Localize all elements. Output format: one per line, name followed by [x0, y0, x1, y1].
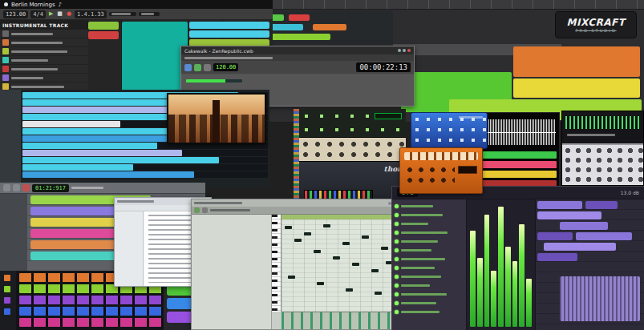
track-lane[interactable] [22, 171, 268, 178]
folder-tree[interactable] [115, 211, 144, 286]
playlist-clip[interactable] [537, 201, 582, 209]
position-display[interactable]: 1.4.1.33 [75, 10, 107, 18]
title-bar[interactable]: Cakewalk - ZenRepublic.cwb [181, 46, 414, 54]
fl-studio-window[interactable]: 5.1 13.0 dB [391, 186, 644, 330]
playlist-clip[interactable] [537, 253, 577, 261]
audio-clip[interactable] [289, 14, 310, 21]
velocity-lane[interactable] [281, 312, 394, 329]
arranger-clip[interactable] [30, 218, 127, 227]
note-grid[interactable] [281, 215, 394, 312]
playlist-clip[interactable] [560, 222, 608, 230]
clip-slot[interactable] [0, 38, 88, 47]
time-signature-display[interactable]: 4/4 [30, 10, 46, 18]
channel-row[interactable] [395, 291, 464, 297]
channel-row[interactable] [395, 300, 464, 306]
waveform-editor[interactable] [476, 112, 560, 189]
clip-slot[interactable] [0, 47, 88, 56]
title-bar[interactable]: Berlin Mornings ♪ [0, 0, 273, 9]
record-button[interactable] [22, 184, 30, 191]
mixer-meters[interactable] [466, 199, 535, 330]
playlist-clip[interactable] [585, 201, 618, 209]
drum-pad-row[interactable] [404, 152, 478, 160]
pad-row[interactable] [19, 318, 163, 327]
pattern-display [458, 166, 477, 174]
channel-row[interactable] [395, 238, 464, 244]
playlist-clip[interactable] [544, 243, 616, 251]
fx-device-cream[interactable] [299, 138, 406, 162]
track-view-window[interactable] [0, 90, 269, 187]
title-bar[interactable] [192, 199, 394, 207]
session-clip[interactable] [88, 22, 119, 30]
clip-slot[interactable] [0, 30, 88, 38]
channel-row[interactable] [395, 273, 464, 280]
channel-row[interactable] [395, 282, 464, 288]
track-lane[interactable] [22, 150, 268, 156]
tool-button[interactable] [202, 207, 208, 213]
playlist[interactable] [535, 199, 644, 330]
redrum-drum-machine[interactable] [399, 147, 483, 194]
transport-toolbar[interactable]: 01:21:917 [0, 183, 205, 194]
pad-row[interactable] [19, 296, 163, 304]
channel-row[interactable] [395, 308, 464, 315]
toolbar[interactable]: 120.00 00:00:22:13 [181, 61, 414, 74]
track-header-column[interactable] [0, 90, 21, 187]
track-header-column[interactable] [0, 194, 27, 271]
stop-button[interactable] [13, 184, 20, 191]
tool-button[interactable] [194, 207, 200, 213]
toolbar[interactable] [192, 207, 394, 215]
clip-slot[interactable] [0, 65, 88, 74]
blue-hardware-device[interactable] [411, 112, 488, 149]
audio-clip[interactable] [513, 46, 640, 77]
window-controls[interactable] [398, 49, 411, 52]
channel-row[interactable] [395, 220, 464, 227]
quantize-display[interactable] [139, 12, 160, 16]
playlist-clip[interactable] [576, 232, 632, 240]
clip-slot[interactable] [0, 74, 88, 82]
piano-roll-window[interactable] [191, 199, 395, 330]
playlist-clip[interactable] [537, 211, 601, 219]
piano-keys[interactable] [272, 215, 281, 312]
pad-row[interactable] [19, 307, 163, 316]
editor-side-panel[interactable] [192, 215, 272, 329]
channel-rack[interactable] [392, 199, 466, 330]
record-button[interactable]: ● [66, 10, 72, 18]
channel-row[interactable] [395, 256, 464, 262]
tool-button[interactable] [204, 64, 211, 71]
tool-button[interactable] [194, 64, 201, 71]
clip-slot[interactable] [0, 56, 88, 65]
session-clip[interactable] [189, 30, 269, 38]
session-clip[interactable] [189, 22, 269, 29]
reason-rack[interactable]: thor [294, 109, 406, 208]
video-preview-window[interactable] [167, 93, 266, 144]
tool-button[interactable] [184, 64, 192, 71]
session-clip[interactable] [88, 31, 119, 39]
synth-panel[interactable] [561, 111, 644, 186]
pattern-block[interactable] [560, 276, 640, 321]
channel-row[interactable] [395, 203, 464, 209]
channel-row[interactable] [395, 229, 464, 235]
channel-row[interactable] [395, 247, 464, 253]
color-clip[interactable] [480, 161, 557, 168]
loop-display[interactable] [109, 12, 136, 16]
tempo-display[interactable]: 123.00 [3, 10, 28, 18]
channel-row[interactable] [395, 264, 464, 271]
fx-device-green[interactable] [299, 109, 406, 138]
play-button[interactable] [3, 184, 10, 191]
track-lane[interactable] [22, 157, 268, 163]
tempo-display[interactable]: 120.00 [213, 63, 238, 71]
color-clip[interactable] [480, 171, 557, 178]
hardware-synth-knobs[interactable] [562, 143, 643, 185]
stop-button[interactable]: ■ [56, 10, 63, 18]
audio-clip[interactable] [313, 24, 346, 30]
audio-clip[interactable] [513, 78, 640, 98]
color-clip[interactable] [480, 151, 557, 159]
playlist-clip[interactable] [537, 232, 573, 240]
track-lane[interactable] [22, 164, 268, 171]
play-button[interactable]: ▶ [48, 10, 54, 18]
drum-knobs[interactable] [404, 164, 455, 188]
channel-row[interactable] [395, 211, 464, 218]
timeline-ruler[interactable] [241, 0, 644, 10]
transport-bar[interactable]: 123.00 4/4 ▶ ■ ● 1.4.1.33 [0, 9, 273, 20]
menu-bar[interactable] [181, 54, 414, 61]
track-header[interactable]: INSTRUMENTAL TRACK [0, 20, 88, 30]
